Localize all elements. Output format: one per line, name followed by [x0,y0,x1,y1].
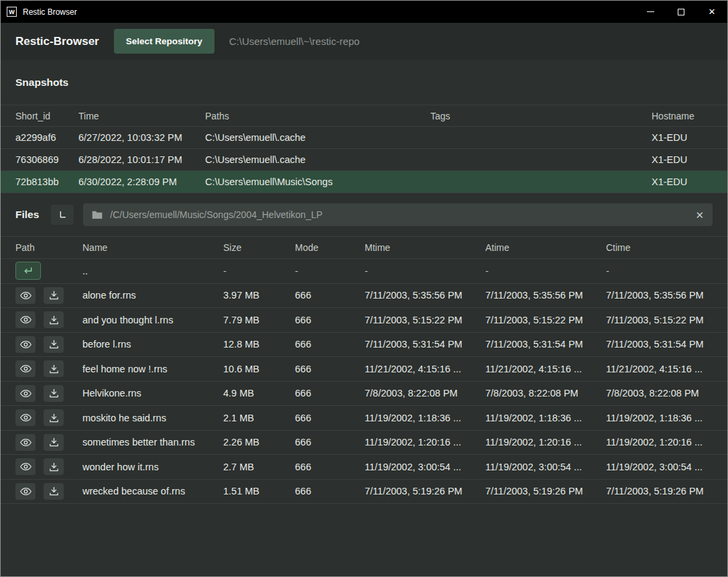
file-mtime: 11/19/2002, 1:18:36 ... [365,413,485,423]
view-file-button[interactable] [15,409,36,426]
file-row: moskito he said.rns 2.1 MB 666 11/19/200… [1,406,727,431]
file-ctime: 11/19/2002, 1:18:36 ... [606,413,713,423]
download-file-button[interactable] [44,385,64,402]
close-button[interactable]: ✕ [696,1,727,23]
eye-icon [20,364,32,373]
file-ctime: 11/19/2002, 1:20:16 ... [606,437,713,448]
files-table-header: Path Name Size Mode Mtime Atime Ctime [1,236,727,259]
file-mode: 666 [295,290,365,301]
minimize-button[interactable] [635,1,666,23]
app-header: Restic-Browser Select Repository C:\User… [1,23,727,60]
app-title: Restic-Browser [15,35,99,48]
file-atime: - [485,266,606,276]
file-name: alone for.rns [82,290,223,301]
file-mtime: 11/19/2002, 1:20:16 ... [365,437,485,448]
snapshot-paths: C:\Users\emuell\.cache [205,132,430,143]
column-time: Time [78,111,205,121]
column-ctime: Ctime [606,242,713,253]
file-mode: 666 [295,364,365,374]
download-file-button[interactable] [44,483,64,500]
view-file-button[interactable] [15,434,36,451]
app-window: W Restic Browser ✕ Restic-Browser Select… [0,0,728,577]
snapshot-time: 6/30/2022, 2:28:09 PM [78,176,205,187]
download-icon [49,388,59,398]
titlebar: W Restic Browser ✕ [1,1,727,23]
select-repository-button[interactable]: Select Repository [114,29,215,54]
current-path-input[interactable]: /C/Users/emuell/Music/Songs/2004_Helveti… [83,203,713,226]
snapshot-short-id: a2299af6 [15,132,78,143]
snapshot-paths: C:\Users\emuell\Music\Songs [205,176,430,187]
file-atime: 11/19/2002, 3:00:54 ... [485,462,606,472]
column-mtime: Mtime [365,242,485,253]
file-atime: 11/19/2002, 1:20:16 ... [485,437,606,448]
view-file-button[interactable] [15,360,36,377]
view-file-button[interactable] [15,311,36,328]
file-mtime: 11/19/2002, 3:00:54 ... [365,462,485,472]
file-size: - [223,266,295,276]
file-mode: 666 [295,413,365,423]
download-icon [49,437,59,447]
file-name: moskito he said.rns [82,413,223,423]
view-file-button[interactable] [15,385,36,402]
folder-icon [92,210,103,219]
file-ctime: 7/8/2003, 8:22:08 PM [606,388,713,399]
view-file-button[interactable] [15,483,36,500]
download-file-button[interactable] [44,458,64,475]
repository-path: C:\Users\emuell\~\restic-repo [229,36,360,47]
file-mtime: 7/11/2003, 5:19:26 PM [365,486,485,496]
file-ctime: 7/11/2003, 5:15:22 PM [606,315,713,325]
eye-icon [20,389,32,398]
snapshot-short-id: 72b813bb [15,176,78,187]
file-mode: 666 [295,388,365,399]
snapshot-row[interactable]: 76306869 6/28/2022, 10:01:17 PM C:\Users… [1,149,727,171]
file-size: 4.9 MB [223,388,295,399]
eye-icon [20,487,32,496]
download-file-button[interactable] [44,311,64,328]
maximize-button[interactable] [666,1,696,23]
column-short-id: Short_id [15,111,78,121]
view-file-button[interactable] [15,458,36,475]
download-file-button[interactable] [44,434,64,451]
file-row: feel home now !.rns 10.6 MB 666 11/21/20… [1,357,727,382]
clear-path-button[interactable]: ✕ [695,210,704,220]
view-file-button[interactable] [15,336,36,353]
snapshots-heading: Snapshots [1,60,727,105]
file-mode: - [295,266,365,276]
file-name: .. [82,266,223,276]
files-table-body: alone for.rns 3.97 MB 666 7/11/2003, 5:3… [1,284,727,505]
app-icon: W [7,7,17,17]
file-atime: 7/11/2003, 5:31:54 PM [485,339,606,350]
file-atime: 11/21/2002, 4:15:16 ... [485,364,606,374]
column-hostname: Hostname [652,111,713,121]
view-file-button[interactable] [15,287,36,304]
file-name: feel home now !.rns [82,364,223,374]
file-ctime: 11/21/2002, 4:15:16 ... [606,364,713,374]
download-file-button[interactable] [44,336,64,353]
download-file-button[interactable] [44,287,64,304]
file-atime: 7/11/2003, 5:15:22 PM [485,315,606,325]
download-file-button[interactable] [44,360,64,377]
file-size: 7.79 MB [223,315,295,325]
file-ctime: 7/11/2003, 5:31:54 PM [606,339,713,350]
maximize-icon [678,9,684,15]
file-mtime: 7/11/2003, 5:31:54 PM [365,339,485,350]
download-icon [49,486,59,496]
file-mode: 666 [295,486,365,496]
file-row: Helvikone.rns 4.9 MB 666 7/8/2003, 8:22:… [1,382,727,407]
snapshot-row-selected[interactable]: 72b813bb 6/30/2022, 2:28:09 PM C:\Users\… [1,171,727,193]
file-ctime: 7/11/2003, 5:19:26 PM [606,486,713,496]
file-name: sometimes better than.rns [82,437,223,448]
eye-icon [20,340,32,349]
tree-view-button[interactable] [51,205,74,225]
eye-icon [20,413,32,422]
file-row: alone for.rns 3.97 MB 666 7/11/2003, 5:3… [1,284,727,309]
file-size: 2.7 MB [223,462,295,472]
go-up-directory-button[interactable] [15,262,41,280]
snapshot-row[interactable]: a2299af6 6/27/2022, 10:03:32 PM C:\Users… [1,127,727,149]
column-name: Name [82,242,223,253]
column-atime: Atime [485,242,606,253]
download-file-button[interactable] [44,409,64,426]
file-mode: 666 [295,462,365,472]
file-row: and you thought l.rns 7.79 MB 666 7/11/2… [1,308,727,333]
download-icon [49,462,59,472]
